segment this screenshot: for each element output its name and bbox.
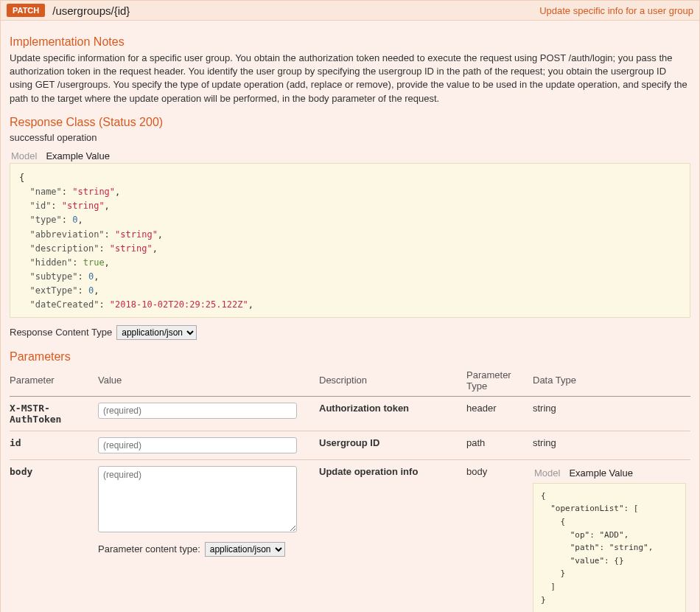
implementation-notes-text: Update specific information for a specif… bbox=[10, 52, 690, 105]
param-data-type: string bbox=[533, 431, 690, 459]
endpoint-header[interactable]: PATCH /usergroups/{id} Update specific i… bbox=[1, 1, 699, 21]
response-content-type-label: Response Content Type bbox=[10, 327, 112, 338]
endpoint-path: /usergroups/{id} bbox=[52, 4, 539, 17]
http-method-badge: PATCH bbox=[7, 4, 45, 17]
table-row: bodyParameter content type:application/j… bbox=[10, 459, 690, 612]
body-schema-tab-model[interactable]: Model bbox=[533, 466, 561, 480]
body-schema-tab-example[interactable]: Example Value bbox=[567, 466, 634, 480]
param-data-type: string bbox=[533, 396, 690, 431]
tab-example-value[interactable]: Example Value bbox=[44, 149, 111, 163]
param-type: path bbox=[466, 431, 533, 459]
tab-model[interactable]: Model bbox=[10, 149, 38, 163]
param-value-cell bbox=[98, 431, 319, 459]
param-value-cell bbox=[98, 396, 319, 431]
param-description: Update operation info bbox=[319, 459, 466, 612]
param-type: header bbox=[466, 396, 533, 431]
response-class-heading: Response Class (Status 200) bbox=[10, 116, 690, 129]
col-header-parameter: Parameter bbox=[10, 366, 98, 397]
body-schema-block[interactable]: { "operationList": [ { "op": "ADD", "pat… bbox=[533, 483, 686, 612]
parameter-content-type-label: Parameter content type: bbox=[98, 543, 200, 554]
col-header-value: Value bbox=[98, 366, 319, 397]
table-row: idUsergroup IDpathstring bbox=[10, 431, 690, 459]
param-input-id[interactable] bbox=[98, 437, 297, 453]
response-status-text: successful operation bbox=[10, 132, 690, 143]
implementation-notes-heading: Implementation Notes bbox=[10, 35, 690, 49]
endpoint-summary: Update specific info for a user group bbox=[539, 5, 693, 16]
response-tabs: Model Example Value bbox=[10, 149, 690, 163]
param-type: body bbox=[466, 459, 533, 612]
response-example-block[interactable]: { "name": "string", "id": "string", "typ… bbox=[10, 163, 690, 318]
param-value-cell: Parameter content type:application/json bbox=[98, 459, 319, 612]
parameters-heading: Parameters bbox=[10, 350, 690, 364]
param-input-x-mstr-authtoken[interactable] bbox=[98, 403, 297, 419]
response-content-type-select[interactable]: application/json bbox=[116, 325, 197, 340]
param-data-type: ModelExample Value{ "operationList": [ {… bbox=[533, 459, 690, 612]
col-header-description: Description bbox=[319, 366, 466, 397]
param-description: Authorization token bbox=[319, 396, 466, 431]
table-row: X-MSTR-AuthTokenAuthorization tokenheade… bbox=[10, 396, 690, 431]
col-header-parameter-type: Parameter Type bbox=[466, 366, 533, 397]
col-header-data-type: Data Type bbox=[533, 366, 690, 397]
param-name-cell: id bbox=[10, 431, 98, 459]
param-textarea-body[interactable] bbox=[98, 466, 297, 532]
param-name-cell: X-MSTR-AuthToken bbox=[10, 396, 98, 431]
parameter-content-type-select[interactable]: application/json bbox=[205, 542, 285, 557]
param-description: Usergroup ID bbox=[319, 431, 466, 459]
param-name-cell: body bbox=[10, 459, 98, 612]
